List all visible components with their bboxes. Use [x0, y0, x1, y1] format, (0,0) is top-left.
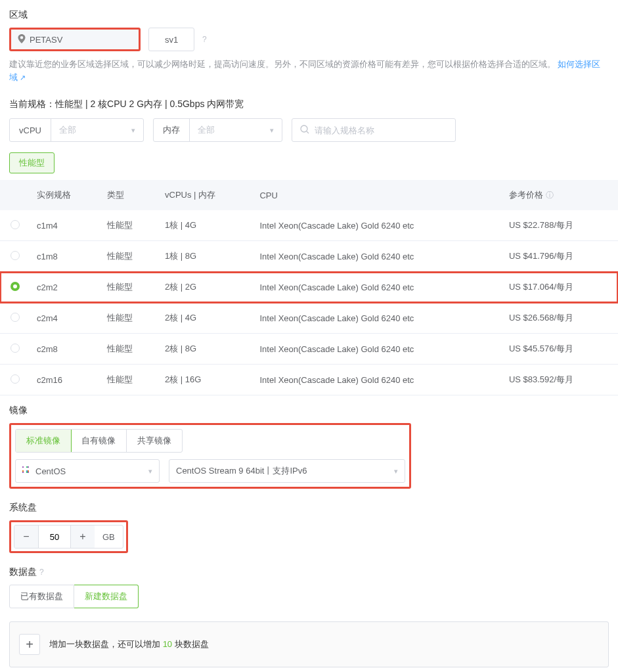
- cell-cpu: Intel Xeon(Cascade Lake) Gold 6240 etc: [253, 365, 502, 395]
- col-vcpu: vCPUs | 内存: [158, 180, 253, 210]
- location-icon: [18, 34, 26, 45]
- cell-cpu: Intel Xeon(Cascade Lake) Gold 6240 etc: [253, 303, 502, 334]
- chevron-down-icon: ▾: [131, 126, 135, 135]
- sysdisk-increase[interactable]: +: [71, 526, 95, 548]
- memory-filter[interactable]: 内存 全部▾: [153, 118, 282, 142]
- sysdisk-stepper[interactable]: − + GB: [14, 525, 123, 549]
- cell-price: US $45.576/每月: [502, 334, 618, 365]
- cell-vcpu: 2核 | 8G: [158, 334, 253, 365]
- cell-spec: c2m8: [30, 334, 100, 365]
- tab-existing-disk[interactable]: 已有数据盘: [9, 585, 74, 608]
- row-radio[interactable]: [11, 282, 20, 291]
- vcpu-filter-label: vCPU: [10, 119, 51, 141]
- tab-standard-image[interactable]: 标准镜像: [15, 429, 72, 453]
- datadisk-tabs: 已有数据盘 新建数据盘: [9, 585, 139, 608]
- cell-spec: c1m8: [30, 241, 100, 272]
- chevron-down-icon: ▾: [148, 467, 152, 476]
- cell-type: 性能型: [100, 334, 158, 365]
- cell-spec: c2m16: [30, 365, 100, 395]
- table-row[interactable]: c1m4性能型1核 | 4GIntel Xeon(Cascade Lake) G…: [0, 210, 618, 241]
- cell-cpu: Intel Xeon(Cascade Lake) Gold 6240 etc: [253, 241, 502, 272]
- info-icon: ?: [39, 568, 44, 577]
- table-row[interactable]: c1m8性能型1核 | 8GIntel Xeon(Cascade Lake) G…: [0, 241, 618, 272]
- cell-spec: c2m2: [30, 272, 100, 303]
- cell-price: US $83.592/每月: [502, 365, 618, 395]
- col-spec: 实例规格: [30, 180, 100, 210]
- sysdisk-decrease[interactable]: −: [14, 526, 38, 548]
- external-link-icon: ↗: [20, 74, 26, 81]
- centos-icon: [22, 466, 32, 476]
- table-row[interactable]: c2m8性能型2核 | 8GIntel Xeon(Cascade Lake) G…: [0, 334, 618, 365]
- os-version-select[interactable]: CentOS Stream 9 64bit丨支持IPv6 ▾: [169, 459, 405, 483]
- spec-search[interactable]: [292, 118, 456, 142]
- info-icon[interactable]: ?: [202, 35, 207, 44]
- datadisk-label: 数据盘 ?: [9, 566, 609, 578]
- chevron-down-icon: ▾: [394, 467, 398, 476]
- cell-type: 性能型: [100, 303, 158, 334]
- add-disk-button[interactable]: +: [19, 634, 40, 655]
- search-icon: [300, 125, 309, 136]
- cell-cpu: Intel Xeon(Cascade Lake) Gold 6240 etc: [253, 272, 502, 303]
- row-radio[interactable]: [11, 220, 20, 229]
- svg-line-1: [307, 131, 309, 133]
- col-cpu: CPU: [253, 180, 502, 210]
- cell-price: US $26.568/每月: [502, 303, 618, 334]
- sysdisk-input[interactable]: [38, 526, 71, 548]
- cell-vcpu: 2核 | 16G: [158, 365, 253, 395]
- cell-type: 性能型: [100, 241, 158, 272]
- tab-shared-image[interactable]: 共享镜像: [127, 430, 182, 452]
- tab-new-disk[interactable]: 新建数据盘: [74, 585, 139, 608]
- os-select[interactable]: CentOS ▾: [15, 459, 160, 483]
- region-primary-select[interactable]: PETASV: [9, 28, 141, 51]
- cell-vcpu: 2核 | 2G: [158, 272, 253, 303]
- region-primary-value: PETASV: [30, 35, 62, 45]
- sysdisk-unit: GB: [95, 532, 123, 542]
- row-radio[interactable]: [11, 374, 20, 384]
- add-disk-panel: + 增加一块数据盘，还可以增加 10 块数据盘: [9, 621, 609, 667]
- cell-price: US $41.796/每月: [502, 241, 618, 272]
- cell-price: US $22.788/每月: [502, 210, 618, 241]
- info-icon: ⓘ: [546, 190, 554, 200]
- spec-search-input[interactable]: [315, 125, 447, 135]
- cell-vcpu: 2核 | 4G: [158, 303, 253, 334]
- sysdisk-label: 系统盘: [9, 502, 609, 514]
- cell-vcpu: 1核 | 8G: [158, 241, 253, 272]
- region-alt-value: sv1: [165, 35, 178, 45]
- region-label: 区域: [9, 9, 609, 21]
- region-description: 建议靠近您的业务区域选择区域，可以减少网络时延，提高访问速度。另外，不同区域的资…: [9, 58, 609, 84]
- col-price: 参考价格 ⓘ: [502, 180, 618, 210]
- table-row[interactable]: c2m4性能型2核 | 4GIntel Xeon(Cascade Lake) G…: [0, 303, 618, 334]
- row-radio[interactable]: [11, 344, 20, 353]
- cell-spec: c2m4: [30, 303, 100, 334]
- region-alt-select[interactable]: sv1: [148, 28, 194, 51]
- cell-vcpu: 1核 | 4G: [158, 210, 253, 241]
- tab-own-image[interactable]: 自有镜像: [71, 430, 127, 452]
- cell-spec: c1m4: [30, 210, 100, 241]
- memory-filter-label: 内存: [154, 119, 190, 141]
- row-radio[interactable]: [11, 251, 20, 260]
- spec-summary: 当前规格：性能型 | 2 核CPU 2 G内存 | 0.5Gbps 内网带宽: [0, 99, 618, 110]
- svg-point-0: [301, 125, 307, 132]
- table-row[interactable]: c2m16性能型2核 | 16GIntel Xeon(Cascade Lake)…: [0, 365, 618, 395]
- cell-type: 性能型: [100, 365, 158, 395]
- cell-type: 性能型: [100, 210, 158, 241]
- table-row[interactable]: c2m2性能型2核 | 2GIntel Xeon(Cascade Lake) G…: [0, 272, 618, 303]
- spec-table: 实例规格 类型 vCPUs | 内存 CPU 参考价格 ⓘ c1m4性能型1核 …: [0, 180, 618, 395]
- row-radio[interactable]: [11, 313, 20, 322]
- add-disk-text: 增加一块数据盘，还可以增加 10 块数据盘: [49, 638, 209, 650]
- image-tabs: 标准镜像 自有镜像 共享镜像: [15, 429, 183, 453]
- col-type: 类型: [100, 180, 158, 210]
- vcpu-filter[interactable]: vCPU 全部▾: [9, 118, 144, 142]
- cell-cpu: Intel Xeon(Cascade Lake) Gold 6240 etc: [253, 210, 502, 241]
- cell-type: 性能型: [100, 272, 158, 303]
- cell-cpu: Intel Xeon(Cascade Lake) Gold 6240 etc: [253, 334, 502, 365]
- cell-price: US $17.064/每月: [502, 272, 618, 303]
- chevron-down-icon: ▾: [270, 126, 274, 135]
- spec-type-tag[interactable]: 性能型: [9, 152, 55, 173]
- image-label: 镜像: [9, 405, 609, 416]
